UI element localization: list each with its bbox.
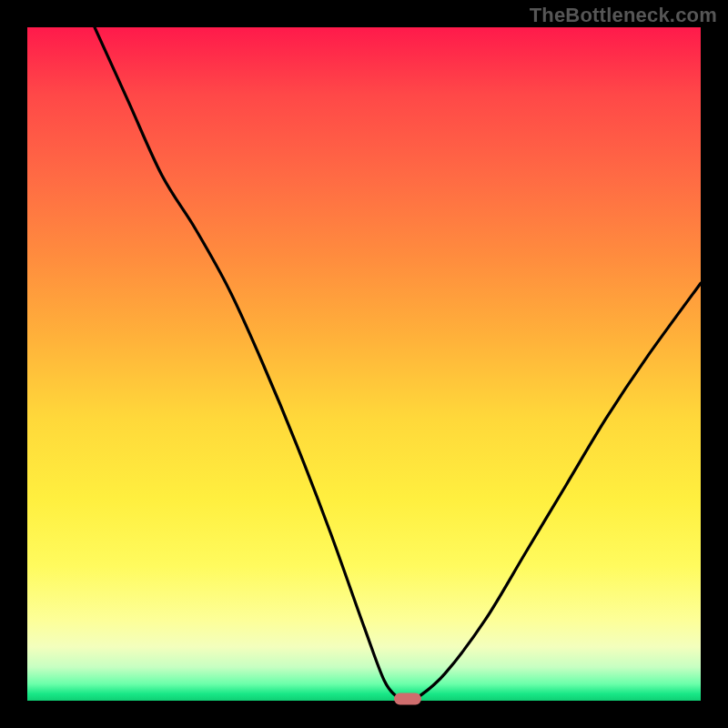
minimum-marker (394, 693, 421, 705)
watermark-text: TheBottleneck.com (530, 4, 717, 27)
chart-frame: TheBottleneck.com (0, 0, 728, 728)
curve-path (95, 27, 701, 701)
bottleneck-curve (27, 27, 701, 701)
plot-area (27, 27, 701, 701)
